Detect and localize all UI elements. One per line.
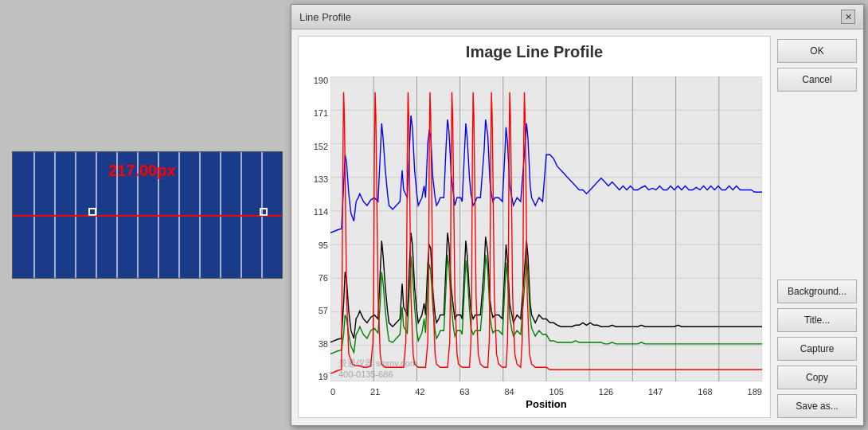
marker-square-right [260,208,268,216]
x-label-84: 84 [504,387,514,397]
marker-square-left [88,208,96,216]
x-label-0: 0 [330,387,335,397]
y-label-114: 114 [314,208,328,217]
y-axis: 190 171 152 133 114 95 76 57 38 19 [300,76,328,381]
x-label-126: 126 [599,387,613,397]
x-label-63: 63 [459,387,469,397]
title-button[interactable]: Title... [777,308,857,332]
y-label-38: 38 [319,340,328,349]
ok-button[interactable]: OK [777,39,857,63]
y-label-152: 152 [314,143,328,151]
profile-line [13,215,282,217]
chart-container: Image Line Profile 190 171 152 133 114 9… [298,36,771,418]
background-button[interactable]: Background... [777,280,857,303]
dialog-body: Image Line Profile 190 171 152 133 114 9… [291,29,863,424]
x-label-105: 105 [549,387,564,397]
copy-button[interactable]: Copy [777,366,857,389]
y-label-171: 171 [314,109,328,118]
dialog-titlebar: Line Profile ✕ [291,5,863,29]
y-label-57: 57 [319,307,328,315]
x-axis-labels: 0 21 42 63 84 105 126 147 168 189 [330,384,762,397]
image-panel: 217.00px [12,151,283,279]
y-label-190: 190 [314,76,328,85]
save-as-button[interactable]: Save as... [777,394,857,418]
cancel-button[interactable]: Cancel [777,68,857,92]
capture-button[interactable]: Capture [777,337,857,361]
x-axis-title: Position [330,398,762,410]
line-profile-dialog: Line Profile ✕ Image Line Profile 190 17… [291,4,864,426]
buttons-panel: OK Cancel Background... Title... Capture… [777,36,857,418]
chart-svg [330,76,762,381]
y-label-76: 76 [319,274,328,283]
source-image: 217.00px [12,151,283,279]
x-label-147: 147 [648,387,663,397]
x-axis: 0 21 42 63 84 105 126 147 168 189 Positi… [330,384,762,416]
x-label-168: 168 [698,387,712,397]
x-label-189: 189 [748,387,762,397]
measurement-label: 217.00px [108,162,176,180]
y-label-133: 133 [314,175,328,184]
chart-title: Image Line Profile [299,43,770,61]
x-label-42: 42 [415,387,424,397]
close-button[interactable]: ✕ [841,10,855,24]
chart-plot-area [330,76,762,381]
x-label-21: 21 [370,387,380,397]
dialog-title: Line Profile [299,11,351,23]
y-label-95: 95 [319,241,328,250]
y-label-19: 19 [319,373,328,381]
